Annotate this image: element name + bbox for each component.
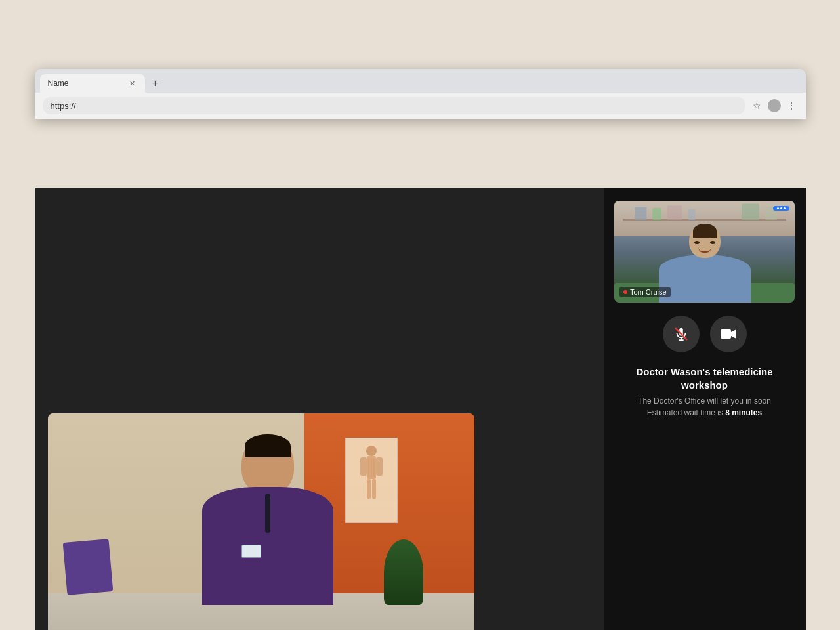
svg-rect-5 (372, 479, 376, 499)
browser-tab[interactable]: Name ✕ (40, 74, 145, 93)
doctor-figure (202, 434, 333, 605)
more-options-button[interactable] (773, 206, 789, 211)
doctor-scene (48, 413, 474, 630)
mute-indicator (623, 290, 627, 294)
svg-rect-13 (688, 209, 696, 220)
anatomy-poster (345, 438, 398, 523)
address-bar-row: ☆ ⋮ (35, 93, 806, 119)
dot-1 (777, 207, 779, 209)
svg-rect-2 (360, 457, 367, 476)
camera-button[interactable] (710, 316, 747, 352)
dot-3 (784, 207, 786, 209)
bookmark-icon[interactable]: ☆ (751, 99, 764, 112)
doctor-body (202, 487, 333, 605)
workshop-title: Doctor Wason's telemedicine workshop (620, 366, 790, 391)
menu-icon[interactable]: ⋮ (785, 99, 798, 112)
waiting-text: The Doctor's Office will let you in soon (620, 396, 790, 406)
info-section: Doctor Wason's telemedicine workshop The… (614, 366, 795, 417)
controls-row (663, 316, 747, 352)
svg-rect-20 (721, 329, 731, 339)
camera-icon (720, 327, 737, 341)
participant-name-tag: Tom Cruise (620, 287, 671, 297)
id-badge (242, 545, 261, 558)
participant-name: Tom Cruise (630, 288, 667, 296)
wait-time-text: Estimated wait time is 8 minutes (620, 408, 790, 417)
doctor-video (48, 413, 474, 630)
person-head (689, 224, 721, 258)
participant-tile: Tom Cruise (614, 201, 795, 303)
svg-rect-10 (635, 207, 646, 220)
person-hair (693, 224, 717, 238)
plant (384, 539, 423, 605)
wait-time-value: 8 minutes (725, 408, 762, 417)
person-body (659, 255, 751, 303)
stethoscope (265, 494, 270, 533)
dot-2 (780, 207, 782, 209)
anatomy-figure-svg (355, 444, 388, 516)
svg-rect-3 (376, 457, 383, 476)
doctor-hair (245, 434, 291, 457)
main-video-panel (35, 188, 604, 630)
svg-rect-9 (623, 219, 786, 221)
svg-point-0 (366, 446, 377, 456)
person-right-eye (710, 241, 715, 244)
svg-rect-12 (667, 205, 682, 220)
person-smile (698, 247, 711, 253)
tab-close-button[interactable]: ✕ (128, 79, 137, 88)
content-area: Tom Cruise (35, 188, 806, 630)
address-input[interactable] (43, 97, 746, 114)
svg-rect-4 (367, 479, 371, 499)
user-icon[interactable] (768, 99, 781, 112)
tab-label: Name (48, 79, 69, 88)
clipboard (62, 539, 113, 595)
mic-icon (674, 327, 688, 341)
svg-rect-11 (652, 208, 662, 220)
new-tab-button[interactable]: + (148, 75, 163, 91)
doctor-head (242, 434, 294, 494)
tab-bar: Name ✕ + (35, 69, 806, 93)
person-left-eye (694, 241, 700, 244)
browser-window: Name ✕ + ☆ ⋮ (35, 69, 806, 119)
wait-prefix: Estimated wait time is (647, 408, 725, 417)
browser-action-icons: ☆ ⋮ (751, 99, 798, 112)
mic-button[interactable] (663, 316, 700, 352)
svg-rect-14 (742, 204, 759, 220)
right-sidebar: Tom Cruise (604, 188, 806, 630)
